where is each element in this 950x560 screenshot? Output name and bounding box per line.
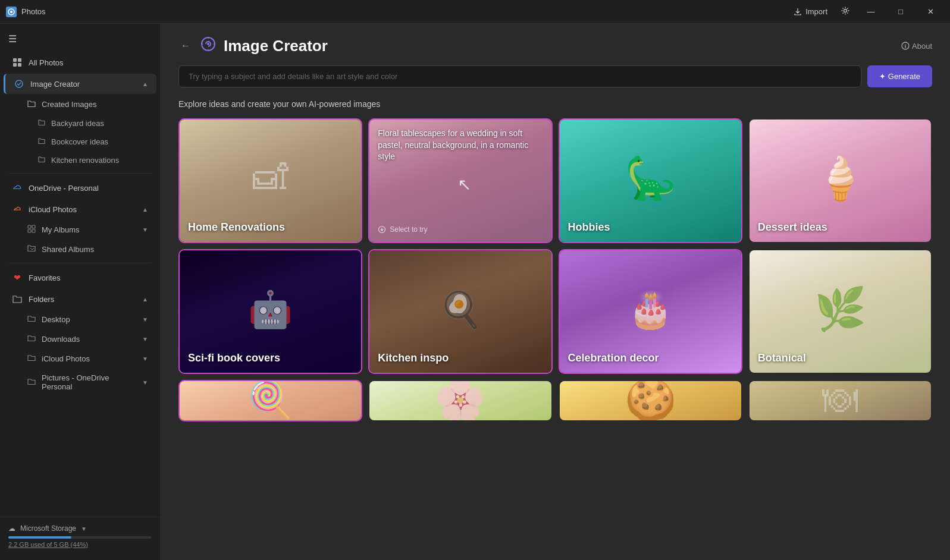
desktop-icon (27, 314, 36, 325)
icloud-chevron: ▲ (142, 206, 148, 213)
svg-rect-11 (32, 229, 35, 232)
card-home-renovations[interactable]: Home Renovations (178, 118, 362, 243)
card-scifi[interactable]: Sci-fi book covers (178, 249, 362, 374)
sidebar-item-created-images[interactable]: Created Images (4, 95, 156, 114)
hamburger-menu[interactable]: ☰ (0, 29, 160, 49)
titlebar-right: Import — □ ✕ (788, 2, 944, 21)
sidebar: ☰ All Photos (0, 24, 161, 560)
sidebar-item-pictures-onedrive[interactable]: Pictures - OneDrive Personal ▼ (4, 369, 156, 395)
sidebar-item-folders[interactable]: Folders ▲ (4, 289, 156, 309)
page-title: Image Creator (224, 37, 328, 55)
image-creator-chevron: ▲ (142, 81, 148, 87)
card-plate[interactable] (748, 380, 932, 421)
sidebar-item-my-albums[interactable]: My Albums ▼ (4, 221, 156, 239)
main-content: ← Image Creator About (161, 24, 950, 560)
favorites-icon: ❤ (12, 272, 23, 283)
shared-albums-icon (27, 244, 36, 254)
card-hobbies[interactable]: Hobbies (559, 118, 742, 243)
card-macarons[interactable] (559, 380, 742, 421)
sidebar-item-backyard-ideas[interactable]: Backyard ideas (4, 115, 156, 132)
card-label-dessert: Dessert ideas (758, 221, 923, 234)
icloud-folder-icon (27, 354, 36, 364)
storage-chevron: ▼ (81, 526, 87, 532)
shared-albums-label: Shared Albums (42, 245, 94, 254)
card-dessert[interactable]: Dessert ideas (748, 118, 932, 243)
card-label-hobbies: Hobbies (568, 221, 733, 234)
pictures-onedrive-label: Pictures - OneDrive Personal (42, 373, 136, 391)
cloud-storage-icon: ☁ (8, 524, 15, 533)
svg-rect-4 (18, 58, 21, 62)
storage-usage-text[interactable]: 2.2 GB used of 5 GB (44%) (8, 541, 152, 548)
sidebar-item-image-creator[interactable]: Image Creator ▲ (4, 74, 156, 94)
sidebar-item-kitchen-renovations[interactable]: Kitchen renovations (4, 152, 156, 169)
about-button[interactable]: About (901, 42, 932, 51)
card-floral[interactable]: Floral tablescapes for a wedding in soft… (368, 118, 552, 243)
image-grid: Home Renovations Floral tablescapes for … (161, 118, 950, 433)
desktop-chevron: ▼ (142, 316, 148, 323)
all-photos-icon (12, 57, 23, 68)
folder-sub-icon (38, 119, 45, 128)
svg-rect-8 (28, 225, 31, 228)
onedrive-icon (12, 183, 23, 193)
settings-button[interactable] (836, 4, 855, 20)
card-kitchen[interactable]: Kitchen inspo (368, 249, 552, 374)
import-button[interactable]: Import (788, 5, 833, 18)
card-candy[interactable] (178, 380, 362, 421)
sidebar-item-onedrive[interactable]: OneDrive - Personal (4, 178, 156, 198)
my-albums-icon (27, 225, 36, 235)
my-albums-chevron: ▼ (142, 226, 148, 233)
card-label-celebration: Celebration decor (568, 352, 733, 364)
storage-label: ☁ Microsoft Storage ▼ (8, 524, 152, 533)
titlebar-left: Photos (6, 7, 45, 17)
minimize-button[interactable]: — (857, 2, 885, 21)
favorites-label: Favorites (29, 273, 60, 282)
bookcover-ideas-label: Bookcover ideas (51, 137, 108, 146)
divider-1 (8, 173, 152, 174)
sidebar-item-all-photos[interactable]: All Photos (4, 52, 156, 73)
folder-sub-icon-2 (38, 137, 45, 146)
svg-rect-6 (18, 63, 21, 67)
my-albums-label: My Albums (42, 225, 80, 234)
sidebar-item-favorites[interactable]: ❤ Favorites (4, 268, 156, 288)
svg-rect-5 (13, 63, 17, 67)
svg-rect-3 (13, 58, 17, 62)
generate-button[interactable]: ✦ Generate (867, 65, 932, 87)
titlebar: Photos Import — □ ✕ (0, 0, 950, 24)
sidebar-item-downloads[interactable]: Downloads ▼ (4, 330, 156, 348)
card-celebration[interactable]: Celebration decor (559, 249, 742, 374)
sidebar-item-shared-albums[interactable]: Shared Albums (4, 240, 156, 259)
back-button[interactable]: ← (178, 38, 193, 54)
folders-icon (12, 294, 23, 304)
page-icon (200, 36, 217, 56)
search-input[interactable] (178, 65, 861, 87)
downloads-icon (27, 334, 36, 344)
search-area: ✦ Generate (161, 65, 950, 99)
svg-rect-10 (28, 229, 31, 232)
image-creator-icon (14, 78, 24, 89)
svg-rect-9 (32, 225, 35, 228)
close-button[interactable]: ✕ (917, 2, 944, 21)
downloads-label: Downloads (42, 335, 80, 344)
card-botanical[interactable]: Botanical (748, 249, 932, 374)
icloud-label: iCloud Photos (29, 205, 77, 214)
card-label-kitchen: Kitchen inspo (378, 352, 543, 364)
sidebar-all-photos-label: All Photos (29, 58, 64, 67)
sidebar-item-bookcover-ideas[interactable]: Bookcover ideas (4, 133, 156, 150)
sidebar-item-icloud-photos-folder[interactable]: iCloud Photos ▼ (4, 350, 156, 368)
card-label-home-renovations: Home Renovations (188, 221, 353, 234)
app-icon (6, 7, 17, 17)
card-select-hint-floral: Select to try (378, 225, 427, 234)
svg-point-1 (10, 11, 12, 13)
onedrive-label: OneDrive - Personal (29, 184, 99, 193)
icloud-photos-folder-label: iCloud Photos (42, 354, 90, 363)
app-body: ☰ All Photos (0, 24, 950, 560)
sidebar-item-icloud[interactable]: iCloud Photos ▲ (4, 199, 156, 219)
sidebar-item-desktop[interactable]: Desktop ▼ (4, 310, 156, 329)
folder-icon (27, 99, 36, 109)
storage-section: ☁ Microsoft Storage ▼ 2.2 GB used of 5 G… (0, 517, 160, 555)
card-label-floral: Floral tablescapes for a wedding in soft… (378, 128, 543, 163)
card-flowers[interactable] (368, 380, 552, 421)
desktop-label: Desktop (42, 315, 70, 324)
maximize-button[interactable]: □ (887, 2, 914, 21)
storage-bar-bg (8, 536, 152, 539)
